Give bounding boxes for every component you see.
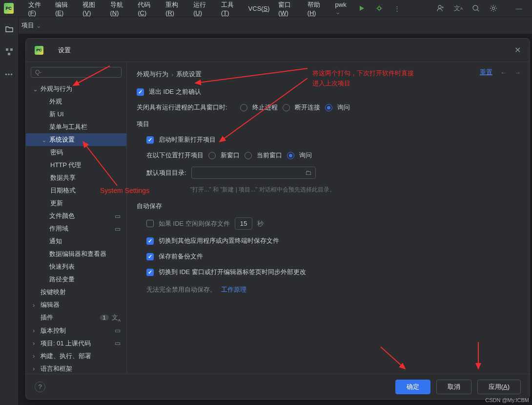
back-arrow-icon[interactable]: ← (500, 69, 507, 76)
open-project-in-label: 在以下位置打开项目 (146, 151, 204, 160)
more-icon[interactable]: ⋮ (391, 3, 402, 14)
tree-notifications[interactable]: 通知 (26, 235, 126, 248)
current-window-radio[interactable] (245, 152, 252, 159)
run-icon[interactable] (356, 3, 367, 14)
reopen-last-checkbox[interactable] (146, 136, 154, 144)
confirm-exit-checkbox[interactable] (137, 88, 144, 96)
chevron-right-icon: › (33, 301, 39, 309)
tree-languages-frameworks[interactable]: ›语言和框架 (26, 362, 126, 374)
chevron-right-icon: › (171, 71, 173, 78)
svg-point-5 (438, 5, 441, 8)
menu-help[interactable]: 帮助(H) (304, 0, 330, 19)
default-dir-input[interactable]: 🗀 (191, 167, 316, 179)
backup-before-save-checkbox[interactable] (146, 253, 154, 260)
help-icon[interactable]: ? (35, 382, 45, 392)
reopen-last-label[interactable]: 启动时重新打开项目 (159, 135, 216, 144)
tree-path-variables[interactable]: 路径变量 (26, 273, 126, 286)
search-icon[interactable] (471, 3, 481, 14)
chevron-right-icon: › (33, 327, 39, 334)
tree-passwords[interactable]: 密码 (26, 146, 126, 159)
cancel-button[interactable]: 取消 (436, 380, 471, 394)
more-tools-icon[interactable]: ••• (4, 69, 15, 80)
tree-file-colors[interactable]: 文件颜色▭ (26, 210, 126, 222)
ask-open-radio[interactable] (287, 152, 294, 159)
project-scope-icon: ▭ (115, 225, 123, 233)
project-scope-icon: ▭ (115, 213, 123, 220)
svg-rect-12 (10, 48, 13, 51)
dialog-footer: ? 确定 取消 应用(A) (26, 374, 530, 399)
how-it-works-link[interactable]: 工作原理 (221, 285, 246, 294)
menu-file[interactable]: 文件(F) (24, 0, 51, 19)
project-scope-icon: ▭ (115, 340, 123, 347)
cannot-disable-note: 无法完全禁用自动保存。 (146, 285, 216, 294)
watermark: CSDN @My.ICBM (485, 397, 529, 403)
project-bar: 项目 ⌄ (0, 17, 532, 34)
tree-data-editor-viewer[interactable]: 数据编辑器和查看器 (26, 248, 126, 260)
menu-refactor[interactable]: 重构(R) (162, 0, 188, 19)
ok-button[interactable]: 确定 (395, 380, 430, 394)
menu-run[interactable]: 运行(U) (189, 0, 216, 19)
tree-new-ui[interactable]: 新 UI (26, 108, 126, 121)
debug-icon[interactable] (374, 3, 385, 14)
language-icon[interactable]: 文A (453, 3, 464, 14)
add-user-icon[interactable] (435, 3, 446, 14)
tree-system-settings[interactable]: ⌄系统设置 (26, 133, 126, 146)
tree-plugins[interactable]: 插件1文A (26, 311, 126, 324)
menu-project[interactable]: pwk ⌄ (331, 0, 355, 18)
menu-vcs[interactable]: VCS(S) (245, 3, 274, 14)
structure-icon[interactable] (4, 46, 15, 57)
breadcrumb: 外观与行为 › 系统设置 (137, 70, 520, 79)
tree-date-formats[interactable]: 日期格式 (26, 184, 126, 197)
svg-point-8 (473, 5, 478, 10)
tree-build-exec-deploy[interactable]: ›构建、执行、部署 (26, 350, 126, 362)
forward-arrow-icon[interactable]: → (514, 69, 521, 76)
menu-code[interactable]: 代码(C) (134, 0, 161, 19)
svg-rect-11 (6, 48, 8, 51)
tree-quick-lists[interactable]: 快速列表 (26, 260, 126, 273)
chevron-down-icon: ⌄ (33, 85, 39, 93)
tree-project[interactable]: ›项目: 01 上课代码▭ (26, 337, 126, 350)
menu-view[interactable]: 视图(V) (79, 0, 105, 19)
settings-search[interactable] (31, 67, 122, 78)
settings-tree: ⌄外观与行为 外观 新 UI 菜单与工具栏 ⌄系统设置 密码 HTTP 代理 数… (26, 83, 126, 374)
idle-seconds-input[interactable] (235, 217, 252, 230)
tree-editor[interactable]: ›编辑器 (26, 298, 126, 311)
save-on-switch-checkbox[interactable] (146, 237, 154, 245)
plugins-count-badge: 1 (100, 315, 109, 320)
breadcrumb-current: 系统设置 (176, 70, 202, 79)
disconnect-radio[interactable] (283, 104, 290, 111)
reset-link[interactable]: 重置 (480, 68, 492, 77)
tree-appearance[interactable]: 外观 (26, 95, 126, 108)
tree-version-control[interactable]: ›版本控制▭ (26, 324, 126, 337)
autosave-section-title: 自动保存 (137, 202, 520, 211)
browse-folder-icon[interactable]: 🗀 (305, 169, 311, 176)
menu-window[interactable]: 窗口(W) (274, 0, 302, 19)
close-tool-window-label: 关闭具有运行进程的工具窗口时: (137, 103, 227, 112)
tree-scopes[interactable]: 作用域▭ (26, 222, 126, 235)
folder-icon[interactable] (4, 24, 15, 35)
minimize-icon[interactable]: — (513, 3, 524, 14)
menu-tools[interactable]: 工具(T) (217, 0, 244, 19)
tree-data-sharing[interactable]: 数据共享 (26, 171, 126, 184)
tree-http-proxy[interactable]: HTTP 代理 (26, 159, 126, 171)
terminate-radio[interactable] (240, 104, 247, 111)
confirm-exit-label[interactable]: 退出 IDE 之前确认 (149, 87, 201, 96)
project-dropdown[interactable]: 项目 ⌄ (21, 21, 41, 30)
menu-navigate[interactable]: 导航(N) (106, 0, 133, 19)
ask-radio[interactable] (325, 104, 332, 111)
project-scope-icon: ▭ (115, 327, 123, 334)
breadcrumb-parent[interactable]: 外观与行为 (137, 70, 168, 79)
idle-save-checkbox[interactable] (146, 220, 154, 227)
menu-edit[interactable]: 编辑(E) (51, 0, 78, 19)
tree-menus-toolbars[interactable]: 菜单与工具栏 (26, 121, 126, 133)
tree-appearance-behavior[interactable]: ⌄外观与行为 (26, 83, 126, 95)
close-icon[interactable]: ✕ (514, 45, 521, 55)
default-dir-label: 默认项目目录: (146, 169, 186, 177)
sync-external-checkbox[interactable] (146, 269, 154, 276)
new-window-radio[interactable] (208, 152, 216, 159)
settings-gear-icon[interactable] (488, 3, 499, 14)
apply-button[interactable]: 应用(A) (477, 380, 521, 394)
tree-updates[interactable]: 更新 (26, 197, 126, 210)
search-input[interactable] (35, 69, 117, 76)
tree-keymap[interactable]: 按键映射 (26, 286, 126, 298)
